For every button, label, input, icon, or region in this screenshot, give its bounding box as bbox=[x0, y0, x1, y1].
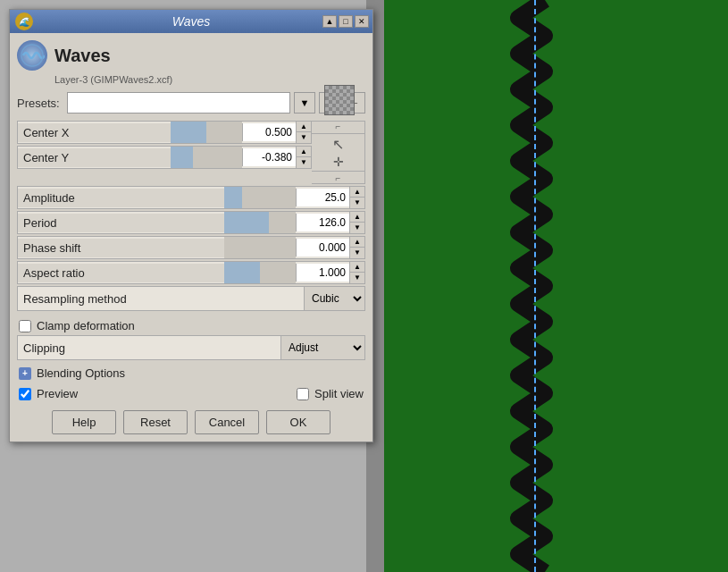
blending-options-label: Blending Options bbox=[37, 366, 125, 380]
clamp-row: Clamp deformation bbox=[17, 316, 365, 335]
center-y-down[interactable]: ▼ bbox=[297, 157, 311, 168]
aspect-ratio-row: Aspect ratio ▲ ▼ bbox=[17, 261, 365, 284]
ok-button[interactable]: OK bbox=[266, 410, 331, 434]
preview-checkbox[interactable] bbox=[19, 388, 31, 400]
aspect-ratio-input[interactable] bbox=[300, 266, 346, 279]
waves-logo bbox=[17, 40, 47, 71]
preview-label: Preview bbox=[37, 387, 78, 400]
split-view-label: Split view bbox=[314, 387, 364, 400]
center-x-fill bbox=[171, 122, 206, 143]
split-view-check-row: Split view bbox=[295, 384, 365, 403]
aspect-ratio-slider[interactable] bbox=[224, 262, 296, 283]
phase-shift-input[interactable] bbox=[300, 241, 346, 254]
phase-shift-up[interactable]: ▲ bbox=[350, 237, 364, 248]
preview-row: Preview Split view bbox=[17, 384, 365, 403]
period-down[interactable]: ▼ bbox=[350, 223, 364, 233]
thumbnail-box bbox=[324, 85, 355, 115]
minimize-button[interactable]: ▲ bbox=[322, 15, 337, 28]
dialog-header: Waves bbox=[17, 40, 365, 71]
phase-shift-row: Phase shift ▲ ▼ bbox=[17, 236, 365, 259]
amplitude-slider[interactable] bbox=[224, 187, 296, 208]
buttons-row: Help Reset Cancel OK bbox=[17, 410, 365, 434]
reset-button[interactable]: Reset bbox=[123, 410, 188, 434]
amplitude-input[interactable] bbox=[300, 191, 346, 204]
amplitude-value bbox=[296, 189, 349, 206]
aspect-ratio-down[interactable]: ▼ bbox=[350, 273, 364, 283]
clamp-checkbox[interactable] bbox=[19, 320, 31, 332]
canvas-area bbox=[366, 0, 728, 572]
center-y-fill bbox=[171, 147, 193, 168]
period-slider[interactable] bbox=[224, 212, 296, 233]
amplitude-row: Amplitude ▲ ▼ bbox=[17, 186, 365, 209]
center-x-up[interactable]: ▲ bbox=[297, 122, 311, 132]
blending-options-row: + Blending Options bbox=[17, 364, 365, 383]
center-y-spinners: ▲ ▼ bbox=[296, 147, 311, 168]
center-x-down[interactable]: ▼ bbox=[297, 132, 311, 143]
center-y-slider[interactable] bbox=[171, 147, 242, 168]
center-fields: Center X ▲ ▼ Center Y bbox=[17, 121, 312, 184]
amplitude-spinners: ▲ ▼ bbox=[349, 187, 364, 208]
resampling-label: Resampling method bbox=[18, 289, 304, 309]
clipping-row: Clipping Adjust Clip Black White Transpa… bbox=[17, 335, 365, 360]
resampling-select[interactable]: Cubic None Linear Nohalo Lohalo bbox=[304, 287, 364, 310]
resampling-row: Resampling method Cubic None Linear Noha… bbox=[17, 286, 365, 311]
aspect-ratio-spinners: ▲ ▼ bbox=[349, 262, 364, 283]
center-y-input[interactable] bbox=[247, 151, 292, 164]
period-row: Period ▲ ▼ bbox=[17, 211, 365, 234]
period-fill bbox=[224, 212, 269, 233]
center-y-value bbox=[242, 148, 296, 166]
center-y-label: Center Y bbox=[18, 148, 171, 167]
center-y-up[interactable]: ▲ bbox=[297, 147, 311, 157]
blending-toggle-icon[interactable]: + bbox=[19, 367, 31, 380]
center-x-spinners: ▲ ▼ bbox=[296, 122, 311, 143]
cursor-icon[interactable]: ↖ bbox=[332, 136, 344, 153]
side-top-icon: ⌐ bbox=[312, 122, 364, 134]
phase-shift-label: Phase shift bbox=[18, 239, 224, 257]
phase-shift-value bbox=[296, 239, 349, 257]
center-x-value bbox=[242, 123, 296, 141]
center-x-slider[interactable] bbox=[171, 122, 242, 143]
split-view-checkbox[interactable] bbox=[297, 388, 309, 400]
period-spinners: ▲ ▼ bbox=[349, 212, 364, 233]
phase-shift-spinners: ▲ ▼ bbox=[349, 237, 364, 258]
clipping-label: Clipping bbox=[18, 338, 280, 358]
clipping-select[interactable]: Adjust Clip Black White Transparent bbox=[280, 336, 364, 359]
presets-select[interactable] bbox=[67, 92, 290, 114]
aspect-ratio-fill bbox=[224, 262, 260, 283]
aspect-ratio-up[interactable]: ▲ bbox=[350, 262, 364, 273]
wave-svg bbox=[491, 0, 563, 572]
aspect-ratio-value bbox=[296, 264, 349, 282]
dialog-body: Waves Layer-3 (GIMPWaves2.xcf) Presets: … bbox=[10, 33, 372, 442]
aspect-ratio-label: Aspect ratio bbox=[18, 264, 224, 282]
title-text: Waves bbox=[172, 14, 211, 29]
period-label: Period bbox=[18, 214, 224, 232]
phase-shift-slider[interactable] bbox=[224, 237, 296, 258]
center-side-panel: ⌐ ↖ ✛ ⌐ bbox=[312, 121, 365, 184]
period-up[interactable]: ▲ bbox=[350, 212, 364, 223]
canvas-green bbox=[384, 0, 728, 572]
move-icon[interactable]: ✛ bbox=[333, 155, 344, 169]
title-bar: 🌊 Waves ▲ □ ✕ bbox=[10, 10, 372, 33]
center-xy-group: Center X ▲ ▼ Center Y bbox=[17, 121, 365, 184]
amplitude-up[interactable]: ▲ bbox=[350, 187, 364, 198]
app-icon: 🌊 bbox=[15, 13, 33, 30]
amplitude-down[interactable]: ▼ bbox=[350, 198, 364, 208]
phase-shift-down[interactable]: ▼ bbox=[350, 248, 364, 258]
clamp-label: Clamp deformation bbox=[37, 319, 135, 332]
center-x-label: Center X bbox=[18, 123, 171, 142]
side-bottom-icon: ⌐ bbox=[312, 171, 364, 183]
cancel-button[interactable]: Cancel bbox=[195, 410, 259, 434]
window-controls: ▲ □ ✕ bbox=[322, 15, 369, 28]
center-y-row: Center Y ▲ ▼ bbox=[17, 146, 312, 169]
maximize-button[interactable]: □ bbox=[339, 15, 353, 28]
presets-label: Presets: bbox=[17, 97, 63, 110]
waves-dialog: 🌊 Waves ▲ □ ✕ Waves Layer-3 (GIMPWaves2.… bbox=[9, 9, 373, 442]
center-x-input[interactable] bbox=[247, 126, 292, 139]
preview-check-row: Preview bbox=[17, 384, 295, 403]
amplitude-label: Amplitude bbox=[18, 189, 224, 207]
help-button[interactable]: Help bbox=[52, 410, 116, 434]
presets-dropdown-button[interactable]: ▼ bbox=[294, 92, 315, 114]
close-button[interactable]: ✕ bbox=[355, 15, 369, 28]
period-input[interactable] bbox=[300, 216, 346, 229]
dialog-title: Waves bbox=[54, 46, 111, 66]
